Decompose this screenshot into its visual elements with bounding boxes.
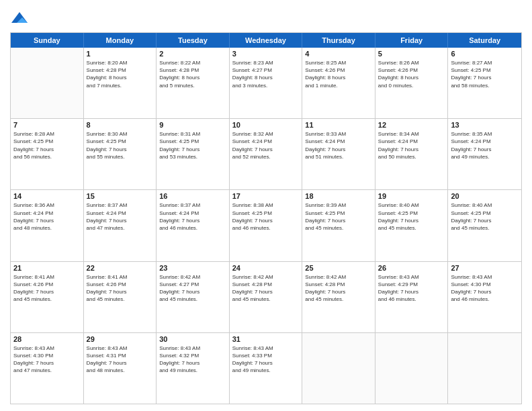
cell-info: Sunrise: 8:22 AM Sunset: 4:28 PM Dayligh… — [159, 59, 226, 89]
header — [10, 7, 522, 28]
cell-info: Sunrise: 8:23 AM Sunset: 4:27 PM Dayligh… — [232, 59, 300, 89]
cal-cell-25: 25Sunrise: 8:42 AM Sunset: 4:28 PM Dayli… — [302, 262, 375, 332]
day-number: 6 — [451, 50, 519, 58]
day-number: 12 — [378, 121, 445, 129]
header-thursday: Thursday — [302, 33, 375, 48]
day-number: 20 — [451, 192, 519, 200]
day-number: 16 — [159, 192, 226, 200]
cal-cell-30: 30Sunrise: 8:43 AM Sunset: 4:32 PM Dayli… — [157, 333, 230, 404]
cell-info: Sunrise: 8:20 AM Sunset: 4:28 PM Dayligh… — [87, 59, 154, 89]
week-row-1: 7Sunrise: 8:28 AM Sunset: 4:25 PM Daylig… — [11, 119, 521, 190]
day-number: 24 — [232, 264, 300, 272]
cal-cell-15: 15Sunrise: 8:37 AM Sunset: 4:24 PM Dayli… — [84, 190, 157, 261]
cal-cell-5: 5Sunrise: 8:26 AM Sunset: 4:26 PM Daylig… — [375, 48, 449, 118]
day-number: 26 — [378, 264, 445, 272]
cal-cell-13: 13Sunrise: 8:35 AM Sunset: 4:24 PM Dayli… — [448, 119, 521, 189]
day-number: 3 — [232, 50, 300, 58]
cell-info: Sunrise: 8:30 AM Sunset: 4:25 PM Dayligh… — [87, 130, 154, 161]
day-number: 29 — [87, 335, 154, 343]
cal-cell-10: 10Sunrise: 8:32 AM Sunset: 4:24 PM Dayli… — [230, 119, 303, 189]
cell-info: Sunrise: 8:35 AM Sunset: 4:24 PM Dayligh… — [451, 130, 519, 161]
cal-cell-12: 12Sunrise: 8:34 AM Sunset: 4:24 PM Dayli… — [375, 119, 449, 189]
page: SundayMondayTuesdayWednesdayThursdayFrid… — [0, 0, 532, 411]
cell-info: Sunrise: 8:32 AM Sunset: 4:24 PM Dayligh… — [232, 130, 300, 161]
day-number: 31 — [232, 335, 300, 343]
day-number: 25 — [305, 264, 372, 272]
cell-info: Sunrise: 8:41 AM Sunset: 4:26 PM Dayligh… — [87, 273, 154, 304]
cal-cell-1: 1Sunrise: 8:20 AM Sunset: 4:28 PM Daylig… — [84, 48, 157, 118]
cal-cell-8: 8Sunrise: 8:30 AM Sunset: 4:25 PM Daylig… — [84, 119, 157, 189]
logo-icon — [10, 9, 29, 28]
cell-info: Sunrise: 8:42 AM Sunset: 4:28 PM Dayligh… — [232, 273, 300, 304]
day-number: 21 — [13, 264, 81, 272]
cell-info: Sunrise: 8:39 AM Sunset: 4:25 PM Dayligh… — [305, 201, 372, 232]
header-friday: Friday — [375, 33, 449, 48]
header-monday: Monday — [84, 33, 157, 48]
cal-cell-16: 16Sunrise: 8:37 AM Sunset: 4:24 PM Dayli… — [157, 190, 230, 261]
cal-cell-28: 28Sunrise: 8:43 AM Sunset: 4:30 PM Dayli… — [11, 333, 84, 404]
day-number: 15 — [87, 192, 154, 200]
header-saturday: Saturday — [448, 33, 521, 48]
cal-cell-9: 9Sunrise: 8:31 AM Sunset: 4:25 PM Daylig… — [157, 119, 230, 189]
cal-cell-20: 20Sunrise: 8:40 AM Sunset: 4:25 PM Dayli… — [448, 190, 521, 261]
cal-cell-19: 19Sunrise: 8:40 AM Sunset: 4:25 PM Dayli… — [375, 190, 449, 261]
calendar: SundayMondayTuesdayWednesdayThursdayFrid… — [10, 32, 522, 404]
cell-info: Sunrise: 8:43 AM Sunset: 4:31 PM Dayligh… — [87, 345, 154, 375]
cell-info: Sunrise: 8:28 AM Sunset: 4:25 PM Dayligh… — [13, 130, 81, 161]
header-sunday: Sunday — [11, 33, 84, 48]
cal-cell-empty-0-0 — [11, 48, 84, 118]
cal-cell-2: 2Sunrise: 8:22 AM Sunset: 4:28 PM Daylig… — [157, 48, 230, 118]
cal-cell-23: 23Sunrise: 8:42 AM Sunset: 4:27 PM Dayli… — [157, 262, 230, 332]
cal-cell-31: 31Sunrise: 8:43 AM Sunset: 4:33 PM Dayli… — [230, 333, 303, 404]
day-number: 10 — [232, 121, 300, 129]
header-wednesday: Wednesday — [230, 33, 303, 48]
day-number: 13 — [451, 121, 519, 129]
cell-info: Sunrise: 8:33 AM Sunset: 4:24 PM Dayligh… — [305, 130, 372, 161]
cell-info: Sunrise: 8:26 AM Sunset: 4:26 PM Dayligh… — [378, 59, 445, 89]
cal-cell-18: 18Sunrise: 8:39 AM Sunset: 4:25 PM Dayli… — [302, 190, 375, 261]
cell-info: Sunrise: 8:43 AM Sunset: 4:32 PM Dayligh… — [159, 345, 226, 375]
week-row-0: 1Sunrise: 8:20 AM Sunset: 4:28 PM Daylig… — [11, 48, 521, 119]
cal-cell-14: 14Sunrise: 8:36 AM Sunset: 4:24 PM Dayli… — [11, 190, 84, 261]
week-row-4: 28Sunrise: 8:43 AM Sunset: 4:30 PM Dayli… — [11, 333, 521, 404]
cal-cell-29: 29Sunrise: 8:43 AM Sunset: 4:31 PM Dayli… — [84, 333, 157, 404]
cal-cell-21: 21Sunrise: 8:41 AM Sunset: 4:26 PM Dayli… — [11, 262, 84, 332]
day-number: 5 — [378, 50, 445, 58]
cell-info: Sunrise: 8:36 AM Sunset: 4:24 PM Dayligh… — [13, 201, 81, 232]
cell-info: Sunrise: 8:34 AM Sunset: 4:24 PM Dayligh… — [378, 130, 445, 161]
cell-info: Sunrise: 8:40 AM Sunset: 4:25 PM Dayligh… — [451, 201, 519, 232]
cell-info: Sunrise: 8:38 AM Sunset: 4:25 PM Dayligh… — [232, 201, 300, 232]
day-number: 28 — [13, 335, 81, 343]
cell-info: Sunrise: 8:27 AM Sunset: 4:25 PM Dayligh… — [451, 59, 519, 89]
cell-info: Sunrise: 8:25 AM Sunset: 4:26 PM Dayligh… — [305, 59, 372, 89]
cal-cell-26: 26Sunrise: 8:43 AM Sunset: 4:29 PM Dayli… — [375, 262, 449, 332]
day-number: 22 — [87, 264, 154, 272]
day-number: 9 — [159, 121, 226, 129]
cell-info: Sunrise: 8:43 AM Sunset: 4:33 PM Dayligh… — [232, 345, 300, 375]
calendar-header: SundayMondayTuesdayWednesdayThursdayFrid… — [11, 33, 521, 48]
day-number: 30 — [159, 335, 226, 343]
day-number: 1 — [87, 50, 154, 58]
header-tuesday: Tuesday — [157, 33, 230, 48]
cell-info: Sunrise: 8:40 AM Sunset: 4:25 PM Dayligh… — [378, 201, 445, 232]
cal-cell-24: 24Sunrise: 8:42 AM Sunset: 4:28 PM Dayli… — [230, 262, 303, 332]
cell-info: Sunrise: 8:43 AM Sunset: 4:29 PM Dayligh… — [378, 273, 445, 304]
cal-cell-empty-4-5 — [375, 333, 449, 404]
day-number: 2 — [159, 50, 226, 58]
day-number: 17 — [232, 192, 300, 200]
week-row-2: 14Sunrise: 8:36 AM Sunset: 4:24 PM Dayli… — [11, 190, 521, 261]
cell-info: Sunrise: 8:41 AM Sunset: 4:26 PM Dayligh… — [13, 273, 81, 304]
cell-info: Sunrise: 8:43 AM Sunset: 4:30 PM Dayligh… — [451, 273, 519, 304]
cal-cell-3: 3Sunrise: 8:23 AM Sunset: 4:27 PM Daylig… — [230, 48, 303, 118]
day-number: 11 — [305, 121, 372, 129]
cell-info: Sunrise: 8:42 AM Sunset: 4:27 PM Dayligh… — [159, 273, 226, 304]
cal-cell-empty-4-4 — [302, 333, 375, 404]
cell-info: Sunrise: 8:37 AM Sunset: 4:24 PM Dayligh… — [87, 201, 154, 232]
cal-cell-empty-4-6 — [448, 333, 521, 404]
cal-cell-7: 7Sunrise: 8:28 AM Sunset: 4:25 PM Daylig… — [11, 119, 84, 189]
logo — [10, 9, 32, 28]
day-number: 23 — [159, 264, 226, 272]
day-number: 19 — [378, 192, 445, 200]
cal-cell-27: 27Sunrise: 8:43 AM Sunset: 4:30 PM Dayli… — [448, 262, 521, 332]
day-number: 8 — [87, 121, 154, 129]
